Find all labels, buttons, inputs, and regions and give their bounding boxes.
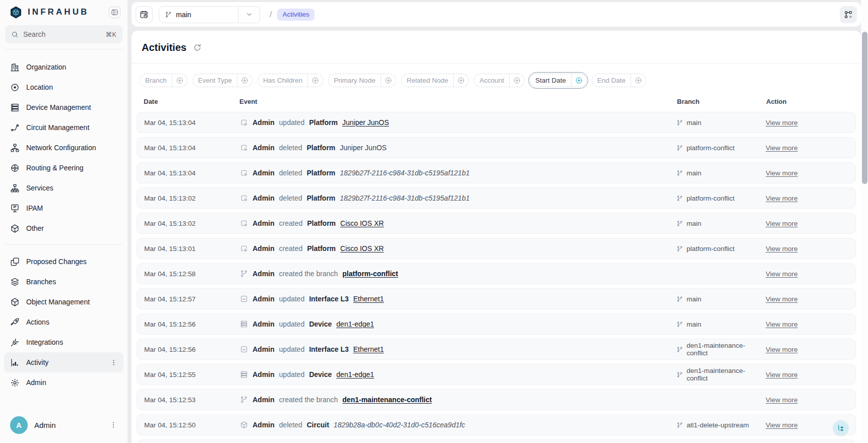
filter-chip-branch[interactable]: Branch: [140, 74, 188, 87]
column-header-date: Date: [144, 98, 239, 105]
plug-icon: [10, 338, 20, 347]
sidebar-item-admin[interactable]: Admin: [4, 372, 123, 393]
hierarchy-tree-toggle-button[interactable]: [833, 420, 848, 435]
row-date: Mar 04, 15:13:02: [144, 220, 240, 227]
kebab-menu-icon[interactable]: [110, 359, 117, 366]
row-object-name[interactable]: Cisco IOS XR: [340, 219, 384, 227]
row-date: Mar 04, 15:12:56: [144, 346, 240, 353]
branch-selector[interactable]: main: [159, 6, 260, 23]
gear-icon: [10, 378, 20, 388]
row-object-name[interactable]: Ethernet1: [353, 295, 384, 303]
view-more-link[interactable]: View more: [766, 346, 798, 353]
sidebar-item-services[interactable]: Services: [4, 178, 123, 198]
calendar-clock-icon: [140, 10, 149, 19]
filter-chip-event-type[interactable]: Event Type: [193, 74, 253, 87]
sidebar-item-ipam[interactable]: IP IPAM: [4, 198, 123, 218]
refresh-button[interactable]: [193, 43, 202, 52]
plus-circle-icon[interactable]: [381, 74, 396, 87]
row-object-name[interactable]: Ethernet1: [353, 345, 384, 353]
git-branch-icon: [165, 11, 172, 18]
plus-circle-icon[interactable]: [453, 74, 468, 87]
view-more-link[interactable]: View more: [766, 421, 798, 429]
sidebar-item-actions[interactable]: Actions: [4, 312, 123, 332]
scrollbar-thumb[interactable]: [862, 32, 867, 184]
row-object-type: Interface L3: [309, 345, 349, 353]
view-more-link[interactable]: View more: [766, 371, 798, 378]
row-branch: atl1-delete-upstream: [676, 421, 766, 429]
sidebar-item-routing-peering[interactable]: Routing & Peering: [4, 158, 123, 178]
sidebar-item-object-management[interactable]: Object Management: [4, 292, 123, 312]
sidebar-collapse-button[interactable]: [109, 7, 120, 18]
search-box[interactable]: ⌘K: [5, 25, 122, 43]
view-more-link[interactable]: View more: [766, 245, 798, 252]
sidebar-item-other[interactable]: Other: [4, 218, 123, 238]
filter-chip-end-date[interactable]: End Date: [592, 74, 646, 87]
row-object-name[interactable]: platform-conflict: [342, 270, 398, 278]
breadcrumb-current[interactable]: Activities: [277, 9, 314, 21]
filter-chip-has-children[interactable]: Has Children: [258, 74, 323, 87]
filter-chip-label: Event Type: [193, 77, 237, 84]
svg-text:IP: IP: [14, 205, 17, 209]
filter-chip-label: End Date: [592, 77, 631, 84]
sidebar-nav: Organization Location Device Management …: [0, 49, 128, 393]
row-account: Admin: [253, 244, 275, 252]
plus-circle-icon[interactable]: [509, 74, 524, 87]
plus-circle-icon[interactable]: [631, 74, 646, 87]
user-row[interactable]: A Admin: [4, 414, 123, 436]
row-object-name[interactable]: den1-edge1: [336, 370, 374, 378]
row-verb: deleted: [279, 144, 302, 152]
row-verb: created the branch: [279, 396, 338, 404]
row-object-type: Device: [309, 320, 332, 328]
plus-circle-icon[interactable]: [571, 74, 586, 87]
branch-selector-chevron[interactable]: [238, 7, 260, 23]
row-object-name[interactable]: den1-maintenance-conflict: [342, 396, 431, 404]
row-object-name[interactable]: Cisco IOS XR: [340, 244, 384, 252]
panel-collapse-icon: [111, 9, 118, 16]
view-more-link[interactable]: View more: [766, 144, 798, 152]
time-travel-button[interactable]: [136, 6, 153, 23]
sidebar-item-device-management[interactable]: Device Management: [4, 97, 123, 117]
sidebar-item-circuit-management[interactable]: Circuit Management: [4, 117, 123, 138]
git-branch-icon: [676, 195, 683, 202]
nav-group-platform: Proposed Changes Branches Object Managem…: [4, 251, 123, 393]
platform-icon: [240, 144, 248, 152]
filter-chip-account[interactable]: Account: [474, 74, 525, 87]
view-more-link[interactable]: View more: [766, 321, 798, 328]
route-icon: [10, 123, 20, 133]
row-account: Admin: [253, 169, 275, 177]
view-more-link[interactable]: View more: [766, 396, 798, 404]
sidebar-item-proposed-changes[interactable]: Proposed Changes: [4, 251, 123, 272]
row-account: Admin: [253, 396, 275, 404]
sidebar-item-branches[interactable]: Branches: [4, 272, 123, 292]
view-more-link[interactable]: View more: [766, 195, 798, 202]
sidebar-item-location[interactable]: Location: [4, 77, 123, 97]
plus-circle-icon[interactable]: [172, 74, 187, 87]
view-more-link[interactable]: View more: [766, 270, 798, 278]
sidebar-item-integrations[interactable]: Integrations: [4, 332, 123, 352]
search-input[interactable]: [23, 30, 101, 38]
plus-circle-icon[interactable]: [237, 74, 252, 87]
sidebar-item-network-configuration[interactable]: Network Configuration: [4, 138, 123, 158]
sidebar-item-organization[interactable]: Organization: [4, 57, 123, 77]
scrollbar-track[interactable]: [861, 0, 868, 443]
row-account: Admin: [253, 118, 275, 126]
schema-viewer-button[interactable]: [840, 6, 857, 23]
filter-chip-primary-node[interactable]: Primary Node: [328, 74, 396, 87]
row-object-name[interactable]: den1-edge1: [336, 320, 374, 328]
row-object-name[interactable]: Juniper JunOS: [342, 118, 389, 126]
filter-chip-label: Has Children: [258, 77, 307, 84]
view-more-link[interactable]: View more: [766, 295, 798, 303]
row-action: View more: [766, 345, 848, 354]
user-menu-kebab-icon[interactable]: [109, 421, 117, 429]
filter-chip-start-date[interactable]: Start Date: [530, 74, 587, 87]
table-body: Mar 04, 15:13:04 Admin updated Platform …: [137, 112, 856, 443]
view-more-link[interactable]: View more: [766, 119, 798, 126]
filter-chip-related-node[interactable]: Related Node: [401, 74, 469, 87]
table-row: Mar 04, 15:13:01 Admin created Platform …: [137, 238, 856, 259]
view-more-link[interactable]: View more: [766, 220, 798, 227]
view-more-link[interactable]: View more: [766, 169, 798, 177]
main-content: Activities Branch Event Type Has Childre…: [132, 31, 861, 443]
sidebar-item-activity[interactable]: Activity: [4, 352, 123, 372]
plus-circle-icon[interactable]: [307, 74, 323, 87]
row-verb: updated: [279, 118, 305, 126]
